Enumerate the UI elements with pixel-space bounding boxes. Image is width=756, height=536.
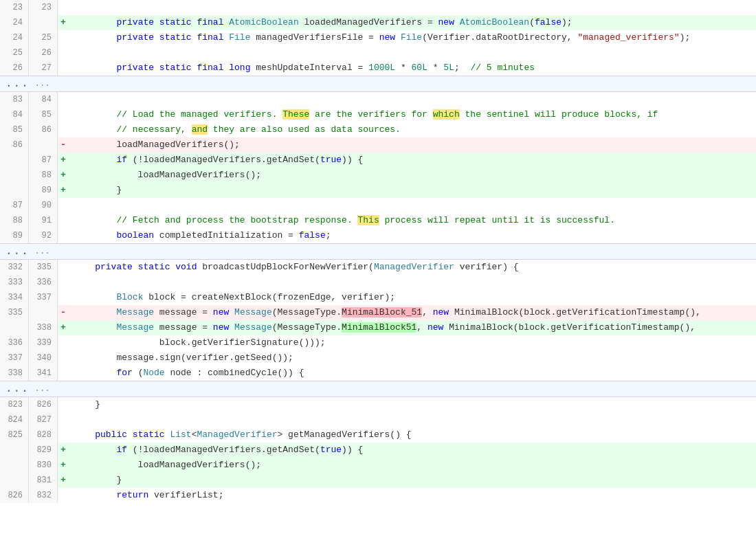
code-line: 85 86 // necessary, and they are also us… <box>0 122 756 137</box>
code-line-add: 829 + if (!loadedManagedVerifiers.getAnd… <box>0 443 756 458</box>
line-content: private static void broadcastUdpBlockFor… <box>68 260 756 275</box>
diff-marker <box>58 260 68 275</box>
code-line-add: 831 + } <box>0 473 756 488</box>
ellipsis-row-2: ... ... <box>0 243 756 260</box>
line-content: private static final long meshUpdateInte… <box>68 60 756 76</box>
diff-marker-plus: + <box>58 458 68 473</box>
line-num-right: 828 <box>29 427 58 443</box>
diff-marker <box>58 488 68 503</box>
ellipsis-row-3: ... ... <box>0 381 756 397</box>
ellipsis-dots: ... <box>5 383 30 395</box>
code-line: 23 23 <box>0 0 756 15</box>
line-num-right: 23 <box>29 0 58 15</box>
line-content <box>68 275 756 290</box>
line-content: // necessary, and they are also used as … <box>68 122 756 137</box>
line-content: private static final AtomicBoolean loade… <box>68 15 756 30</box>
line-num-left: 83 <box>0 92 29 107</box>
line-num-left: 26 <box>0 60 29 76</box>
line-content: } <box>68 183 756 198</box>
code-line: 87 90 <box>0 198 756 213</box>
diff-marker-plus: + <box>58 443 68 458</box>
line-num-left: 88 <box>0 213 29 228</box>
code-line-add: 830 + loadManagedVerifiers(); <box>0 458 756 473</box>
line-num-left <box>0 183 29 198</box>
line-num-left: 338 <box>0 366 29 381</box>
line-num-left: 333 <box>0 275 29 290</box>
line-num-left: 87 <box>0 198 29 213</box>
line-num-right: 85 <box>29 107 58 122</box>
line-content: Message message = new Message(MessageTyp… <box>68 305 756 320</box>
diff-marker <box>58 427 68 443</box>
diff-marker <box>58 92 68 107</box>
code-line: 826 832 return verifierList; <box>0 488 756 503</box>
code-line: 333 336 <box>0 275 756 290</box>
line-content: if (!loadedManagedVerifiers.getAndSet(tr… <box>68 443 756 458</box>
diff-marker <box>58 228 68 243</box>
line-num-right: 88 <box>29 168 58 183</box>
section-4: 823 826 } 824 827 825 828 public static … <box>0 397 756 503</box>
line-num-left: 823 <box>0 397 29 412</box>
line-content: loadManagedVerifiers(); <box>68 168 756 183</box>
code-line: 823 826 } <box>0 397 756 412</box>
code-line: 336 339 block.getVerifierSignature())); <box>0 335 756 350</box>
line-num-left: 826 <box>0 488 29 503</box>
line-num-left: 335 <box>0 305 29 320</box>
line-content: return verifierList; <box>68 488 756 503</box>
code-line: 337 340 message.sign(verifier.getSeed())… <box>0 350 756 366</box>
line-content: loadManagedVerifiers(); <box>68 137 756 153</box>
line-num-left: 84 <box>0 107 29 122</box>
line-num-right: 92 <box>29 228 58 243</box>
line-num-right: 338 <box>29 320 58 335</box>
diff-marker-plus: + <box>58 320 68 335</box>
diff-marker <box>58 198 68 213</box>
line-num-left: 23 <box>0 0 29 15</box>
diff-marker-plus: + <box>58 473 68 488</box>
ellipsis-label: ... <box>35 247 50 256</box>
code-line-add: 338 + Message message = new Message(Mess… <box>0 320 756 335</box>
diff-marker-minus: - <box>58 305 68 320</box>
line-num-left: 825 <box>0 427 29 443</box>
code-line: 26 27 private static final long meshUpda… <box>0 60 756 76</box>
line-num-right: 336 <box>29 275 58 290</box>
line-num-right: 830 <box>29 458 58 473</box>
diff-marker <box>58 122 68 137</box>
line-num-right: 91 <box>29 213 58 228</box>
line-num-right: 826 <box>29 397 58 412</box>
diff-marker <box>58 0 68 15</box>
line-num-right: 26 <box>29 45 58 60</box>
line-num-left <box>0 320 29 335</box>
code-line: 84 85 // Load the managed verifiers. The… <box>0 107 756 122</box>
code-line-add: 24 + private static final AtomicBoolean … <box>0 15 756 30</box>
diff-marker <box>58 45 68 60</box>
line-num-right: 340 <box>29 350 58 366</box>
line-num-right: 829 <box>29 443 58 458</box>
line-num-left: 24 <box>0 30 29 45</box>
line-num-right: 84 <box>29 92 58 107</box>
line-num-left <box>0 443 29 458</box>
line-content: public static List<ManagedVerifier> getM… <box>68 427 756 443</box>
line-num-left: 334 <box>0 290 29 305</box>
diff-marker-minus: - <box>58 137 68 153</box>
line-num-right: 87 <box>29 153 58 168</box>
line-content: block.getVerifierSignature())); <box>68 335 756 350</box>
code-line: 88 91 // Fetch and process the bootstrap… <box>0 213 756 228</box>
code-line-add: 87 + if (!loadedManagedVerifiers.getAndS… <box>0 153 756 168</box>
line-content: private static final File managedVerifie… <box>68 30 756 45</box>
line-content: for (Node node : combinedCycle()) { <box>68 366 756 381</box>
code-line: 825 828 public static List<ManagedVerifi… <box>0 427 756 443</box>
line-num-right: 339 <box>29 335 58 350</box>
line-content: } <box>68 473 756 488</box>
code-line: 824 827 <box>0 412 756 427</box>
line-num-left <box>0 458 29 473</box>
line-num-left: 89 <box>0 228 29 243</box>
line-num-right: 25 <box>29 30 58 45</box>
diff-marker-plus: + <box>58 183 68 198</box>
diff-marker-plus: + <box>58 15 68 30</box>
code-line: 83 84 <box>0 92 756 107</box>
line-num-right: 89 <box>29 183 58 198</box>
line-content: Message message = new Message(MessageTyp… <box>68 320 756 335</box>
line-content: loadManagedVerifiers(); <box>68 458 756 473</box>
line-num-right: 27 <box>29 60 58 76</box>
ellipsis-dots: ... <box>5 78 30 90</box>
line-content: } <box>68 397 756 412</box>
